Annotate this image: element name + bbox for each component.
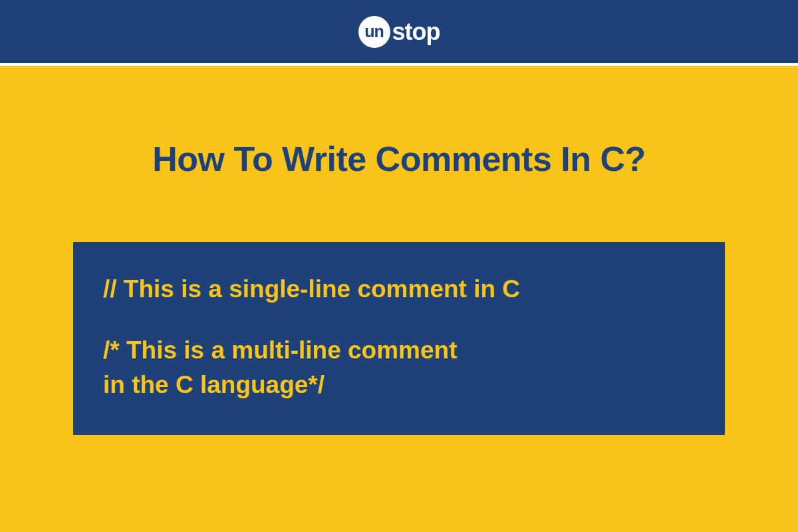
multi-line-comment-line-2: in the C language*/ [103,368,695,402]
multi-line-comment-line-1: /* This is a multi-line comment [103,333,695,368]
brand-logo: un stop [358,16,440,48]
single-line-comment-example: // This is a single-line comment in C [103,272,695,307]
logo-prefix-text: un [364,22,384,41]
code-example-box: // This is a single-line comment in C /*… [73,242,725,435]
logo-suffix-text: stop [392,18,440,46]
main-content: How To Write Comments In C? // This is a… [0,66,798,435]
header-bar: un stop [0,0,798,63]
page-title: How To Write Comments In C? [73,139,725,179]
logo-circle-icon: un [358,16,390,48]
multi-line-comment-example: /* This is a multi-line comment in the C… [103,333,695,402]
